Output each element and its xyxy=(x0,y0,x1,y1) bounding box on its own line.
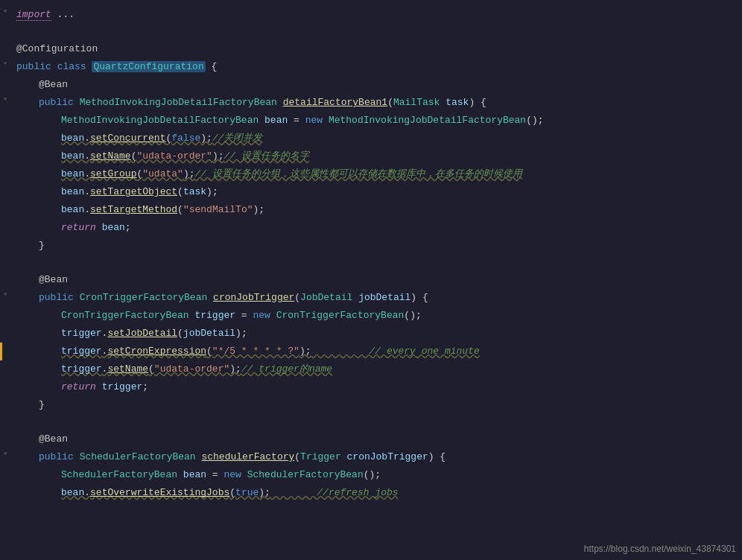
class-name-token: JobDetail xyxy=(300,292,352,303)
line-tokens: bean.setTargetObject(task); xyxy=(10,184,742,200)
line-tokens: CronTriggerFactoryBean trigger = new Cro… xyxy=(10,308,742,324)
line-tokens: public class QuartzConfiguration { xyxy=(10,59,742,75)
fold-icon[interactable]: ▾ xyxy=(1,449,10,458)
code-editor: ▾import ...@Configuration▾public class Q… xyxy=(0,0,742,560)
code-line: return trigger; xyxy=(0,378,742,396)
code-line: MethodInvokingJobDetailFactoryBean bean … xyxy=(0,112,742,130)
text-token xyxy=(96,222,102,233)
keyword-new: new xyxy=(253,310,270,321)
var-name-token: trigger xyxy=(61,363,102,375)
comment-token: //refresh jobs xyxy=(270,487,399,498)
annotation-token: @Configuration xyxy=(16,43,98,54)
annotation-token: @Bean xyxy=(39,274,68,285)
param-name-token: jobDetail xyxy=(358,292,410,303)
comment-token: // 设置任务的名字 xyxy=(223,150,308,162)
fold-icon[interactable]: ▾ xyxy=(1,290,10,299)
param-name-token: task xyxy=(445,97,469,108)
method-name-token: detailFactoryBean1 xyxy=(283,97,387,108)
text-token: = xyxy=(288,115,305,126)
comment-token: // every one minute xyxy=(311,346,480,357)
keyword-public: public xyxy=(39,97,74,108)
method-call-token: setTargetMethod xyxy=(90,204,177,215)
line-tokens: return trigger; xyxy=(10,379,742,395)
string-token: "*/5 * * * * ?" xyxy=(212,346,299,357)
string-token: "udata-order" xyxy=(154,363,229,375)
text-token: ... xyxy=(51,9,74,20)
line-tokens: return bean; xyxy=(10,220,742,236)
line-gutter: ▾ xyxy=(0,7,10,16)
keyword-import: import xyxy=(16,9,51,21)
watermark: https://blog.csdn.net/weixin_43874301 xyxy=(584,544,736,554)
keyword-false: false xyxy=(171,133,200,144)
code-line: SchedulerFactoryBean bean = new Schedule… xyxy=(0,466,742,484)
text-token xyxy=(440,97,445,108)
fold-icon[interactable]: ▾ xyxy=(1,7,10,16)
code-line: bean.setConcurrent(false);//关闭并发 xyxy=(0,130,742,147)
text-token: ) { xyxy=(410,292,428,303)
var-name-token: trigger xyxy=(61,328,102,339)
keyword-return: return xyxy=(61,222,96,233)
code-line: trigger.setCronExpression("*/5 * * * * ?… xyxy=(0,343,742,360)
text-token xyxy=(270,310,276,321)
fold-icon[interactable]: ▾ xyxy=(1,59,10,68)
text-token xyxy=(241,469,247,480)
text-token: . xyxy=(84,168,90,179)
text-token xyxy=(352,292,358,303)
text-token xyxy=(74,451,80,462)
var-name-token: bean xyxy=(61,204,84,215)
var-name-token: trigger xyxy=(102,381,143,392)
line-tokens: public CronTriggerFactoryBean cronJobTri… xyxy=(10,290,742,306)
method-call-token: setTargetObject xyxy=(90,186,177,197)
text-token xyxy=(207,292,213,303)
var-name-token: bean xyxy=(61,150,84,162)
line-tokens: public MethodInvokingJobDetailFactoryBea… xyxy=(10,95,742,111)
text-token xyxy=(177,469,183,480)
text-token: ); xyxy=(259,487,270,498)
class-name-token: MethodInvokingJobDetailFactoryBean xyxy=(329,115,526,126)
text-token: . xyxy=(84,150,90,162)
method-call-token: setJobDetail xyxy=(107,328,177,339)
fold-icon[interactable]: ▾ xyxy=(1,95,10,104)
line-tokens: bean.setConcurrent(false);//关闭并发 xyxy=(10,130,742,147)
keyword-class: class xyxy=(57,61,86,72)
text-token: (); xyxy=(404,310,421,321)
line-tokens: trigger.setName("udata-order");// trigge… xyxy=(10,361,742,378)
text-token: ( xyxy=(294,451,300,462)
code-line: } xyxy=(0,396,742,414)
line-tokens: public SchedulerFactoryBean schedulerFac… xyxy=(10,449,742,465)
code-line: ▾public CronTriggerFactoryBean cronJobTr… xyxy=(0,289,742,307)
code-line: bean.setTargetMethod("sendMailTo"); xyxy=(0,201,742,219)
var-name-token: bean xyxy=(264,115,288,126)
code-line: @Bean xyxy=(0,271,742,289)
annotation-token: @Bean xyxy=(39,79,68,90)
method-name-token: cronJobTrigger xyxy=(213,292,294,303)
line-tokens: } xyxy=(10,238,742,254)
code-line: ▾public class QuartzConfiguration { xyxy=(0,58,742,76)
code-line: @Configuration xyxy=(0,40,742,58)
text-token: (); xyxy=(526,115,543,126)
param-name-token: task xyxy=(183,186,206,197)
line-tokens: SchedulerFactoryBean bean = new Schedule… xyxy=(10,467,742,483)
code-line: bean.setGroup("udata");// 设置任务的分组，这些属性都可… xyxy=(0,165,742,183)
comment-token: //关闭并发 xyxy=(212,133,263,144)
var-name-token: trigger xyxy=(194,310,235,321)
method-call-token: setGroup xyxy=(90,168,136,179)
keyword-public: public xyxy=(39,292,74,303)
line-tokens: bean.setOverwriteExistingJobs(true); //r… xyxy=(10,485,742,501)
code-line: trigger.setName("udata-order");// trigge… xyxy=(0,360,742,378)
code-line: bean.setOverwriteExistingJobs(true); //r… xyxy=(0,484,742,502)
text-token: ; xyxy=(125,222,131,233)
code-line: CronTriggerFactoryBean trigger = new Cro… xyxy=(0,307,742,325)
var-name-token: trigger xyxy=(61,346,102,357)
selected-class-name: QuartzConfiguration xyxy=(92,61,205,72)
param-name-token: cronJobTrigger xyxy=(347,451,428,462)
line-tokens: trigger.setCronExpression("*/5 * * * * ?… xyxy=(10,343,742,360)
class-name-token: Trigger xyxy=(300,451,341,462)
code-line: } xyxy=(0,237,742,255)
text-token: . xyxy=(84,133,90,144)
text-token: (); xyxy=(364,469,381,480)
line-tokens: trigger.setJobDetail(jobDetail); xyxy=(10,325,742,342)
class-name-token: CronTriggerFactoryBean xyxy=(80,292,208,303)
code-line: ▾public SchedulerFactoryBean schedulerFa… xyxy=(0,448,742,466)
text-token: ( xyxy=(387,97,393,108)
